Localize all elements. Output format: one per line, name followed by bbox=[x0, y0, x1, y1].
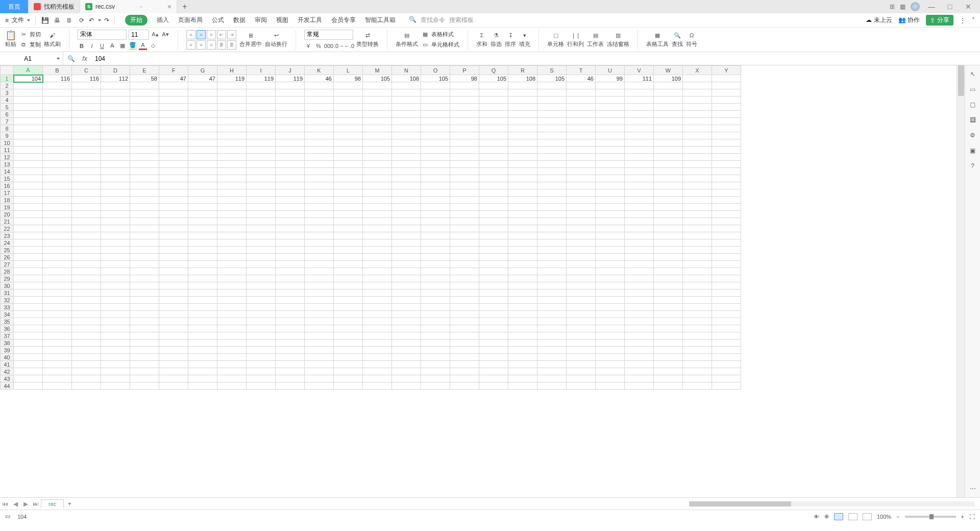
cell-T20[interactable] bbox=[567, 211, 596, 218]
col-header-R[interactable]: R bbox=[508, 66, 537, 75]
cell-I13[interactable] bbox=[247, 161, 276, 168]
cell-E21[interactable] bbox=[130, 218, 159, 225]
cell-U14[interactable] bbox=[596, 168, 625, 175]
cell-U38[interactable] bbox=[596, 340, 625, 347]
row-header-37[interactable]: 37 bbox=[1, 332, 14, 340]
cell-B30[interactable] bbox=[43, 282, 72, 289]
currency-icon[interactable]: ¥ bbox=[304, 42, 312, 50]
cell-M23[interactable] bbox=[363, 232, 392, 239]
cell-D17[interactable] bbox=[101, 189, 130, 197]
cell-R1[interactable]: 108 bbox=[508, 75, 537, 82]
cell-U20[interactable] bbox=[596, 211, 625, 218]
cell-H2[interactable] bbox=[217, 82, 247, 89]
merge-center-button[interactable]: ⊞合并居中 bbox=[239, 31, 262, 48]
cell-Q41[interactable] bbox=[479, 361, 508, 368]
cell-T39[interactable] bbox=[567, 347, 596, 354]
cell-O10[interactable] bbox=[421, 139, 450, 147]
cell-N19[interactable] bbox=[392, 204, 421, 211]
cell-O13[interactable] bbox=[421, 161, 450, 168]
number-format-combo[interactable] bbox=[304, 30, 353, 40]
cell-T43[interactable] bbox=[567, 375, 596, 382]
percent-icon[interactable]: % bbox=[314, 42, 323, 50]
cell-T22[interactable] bbox=[567, 225, 596, 232]
cell-C44[interactable] bbox=[72, 382, 101, 390]
cell-T8[interactable] bbox=[567, 125, 596, 132]
cell-K28[interactable] bbox=[305, 268, 334, 275]
select-all-corner[interactable] bbox=[1, 66, 14, 75]
undo-button[interactable]: ↶ bbox=[89, 17, 94, 24]
tab-home[interactable]: 首页 bbox=[0, 0, 29, 13]
cell-T38[interactable] bbox=[567, 340, 596, 347]
cell-L31[interactable] bbox=[334, 289, 363, 297]
view-break-button[interactable] bbox=[863, 513, 872, 520]
cell-W7[interactable] bbox=[654, 118, 683, 125]
cell-I10[interactable] bbox=[247, 139, 276, 147]
cell-F29[interactable] bbox=[159, 275, 188, 282]
cell-Q39[interactable] bbox=[479, 347, 508, 354]
cell-T13[interactable] bbox=[567, 161, 596, 168]
hscroll-thumb[interactable] bbox=[689, 501, 791, 506]
cell-L1[interactable]: 98 bbox=[334, 75, 363, 82]
cell-N32[interactable] bbox=[392, 297, 421, 304]
cell-M2[interactable] bbox=[363, 82, 392, 89]
cell-Y11[interactable] bbox=[712, 147, 741, 154]
cell-X25[interactable] bbox=[683, 247, 712, 254]
cell-I34[interactable] bbox=[247, 311, 276, 318]
cell-W9[interactable] bbox=[654, 132, 683, 139]
collapse-ribbon-button[interactable]: ˄ bbox=[972, 17, 975, 24]
cell-Q22[interactable] bbox=[479, 225, 508, 232]
cell-V4[interactable] bbox=[625, 96, 654, 104]
cell-D12[interactable] bbox=[101, 154, 130, 161]
cell-Y9[interactable] bbox=[712, 132, 741, 139]
cell-N39[interactable] bbox=[392, 347, 421, 354]
cell-T10[interactable] bbox=[567, 139, 596, 147]
formula-input[interactable] bbox=[91, 52, 980, 65]
align-distribute[interactable]: ≣ bbox=[227, 40, 236, 50]
cell-W31[interactable] bbox=[654, 289, 683, 297]
cell-Q30[interactable] bbox=[479, 282, 508, 289]
cell-N11[interactable] bbox=[392, 147, 421, 154]
select-tool-icon[interactable]: ↖ bbox=[970, 70, 975, 78]
cell-Q11[interactable] bbox=[479, 147, 508, 154]
cell-F33[interactable] bbox=[159, 304, 188, 311]
cell-K36[interactable] bbox=[305, 325, 334, 332]
cell-E5[interactable] bbox=[130, 104, 159, 111]
cell-G7[interactable] bbox=[188, 118, 217, 125]
horizontal-scrollbar[interactable] bbox=[80, 501, 975, 506]
cell-G21[interactable] bbox=[188, 218, 217, 225]
cell-A21[interactable] bbox=[14, 218, 43, 225]
sort-button[interactable]: ↧排序 bbox=[505, 31, 516, 48]
cell-F9[interactable] bbox=[159, 132, 188, 139]
cell-M33[interactable] bbox=[363, 304, 392, 311]
print-icon[interactable]: 🖶 bbox=[53, 16, 61, 25]
name-box[interactable] bbox=[0, 52, 63, 65]
cell-K40[interactable] bbox=[305, 354, 334, 361]
cell-X26[interactable] bbox=[683, 254, 712, 261]
cell-R7[interactable] bbox=[508, 118, 537, 125]
cell-H39[interactable] bbox=[217, 347, 247, 354]
cell-Q3[interactable] bbox=[479, 89, 508, 96]
table-tools-button[interactable]: ▦表格工具 bbox=[646, 31, 669, 48]
cell-T7[interactable] bbox=[567, 118, 596, 125]
cell-O22[interactable] bbox=[421, 225, 450, 232]
cell-T42[interactable] bbox=[567, 368, 596, 375]
col-header-I[interactable]: I bbox=[247, 66, 276, 75]
cell-L3[interactable] bbox=[334, 89, 363, 96]
cell-W22[interactable] bbox=[654, 225, 683, 232]
cell-B21[interactable] bbox=[43, 218, 72, 225]
cell-W44[interactable] bbox=[654, 382, 683, 390]
cell-X5[interactable] bbox=[683, 104, 712, 111]
cell-W39[interactable] bbox=[654, 347, 683, 354]
cell-K34[interactable] bbox=[305, 311, 334, 318]
cell-D29[interactable] bbox=[101, 275, 130, 282]
cell-E34[interactable] bbox=[130, 311, 159, 318]
cell-Q26[interactable] bbox=[479, 254, 508, 261]
cell-C11[interactable] bbox=[72, 147, 101, 154]
cell-B11[interactable] bbox=[43, 147, 72, 154]
cell-Q32[interactable] bbox=[479, 297, 508, 304]
cell-A31[interactable] bbox=[14, 289, 43, 297]
cell-Y18[interactable] bbox=[712, 197, 741, 204]
cell-G10[interactable] bbox=[188, 139, 217, 147]
cell-R12[interactable] bbox=[508, 154, 537, 161]
cell-S2[interactable] bbox=[537, 82, 567, 89]
